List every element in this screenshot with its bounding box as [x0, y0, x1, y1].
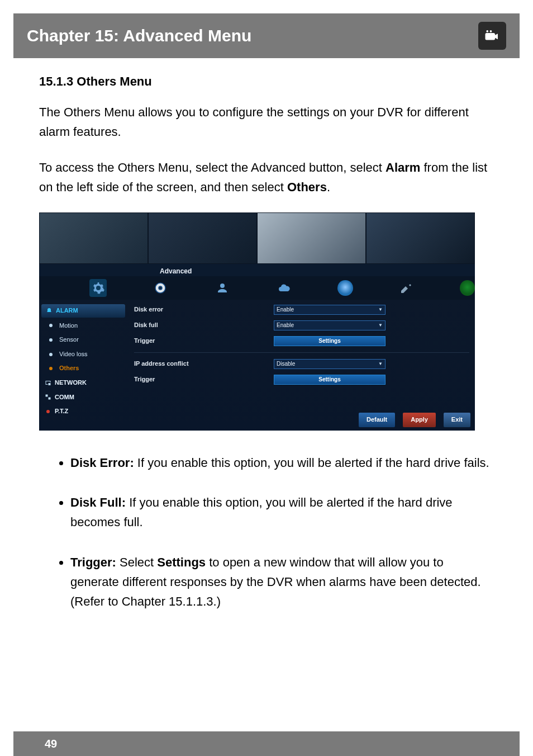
ip-conflict-label: IP address conflict [134, 359, 274, 369]
sidebar-item-others[interactable]: Others [41, 361, 125, 376]
sidebar-item-comm[interactable]: COMM [41, 390, 125, 405]
sidebar-alarm-label: ALARM [56, 306, 78, 316]
bullet-list: Disk Error: If you enable this option, y… [70, 453, 494, 611]
toolbar-tool-icon[interactable] [398, 279, 415, 297]
divider [134, 352, 469, 353]
config-area: Disk error Enable ▼ Disk full Enable ▼ [134, 303, 469, 389]
dvr-screenshot: Advanced ALARM Motion Sensor [39, 212, 475, 431]
para2-others-bold: Others [287, 180, 327, 194]
ptz-icon [45, 408, 51, 415]
bullet-trigger-title: Trigger: [70, 555, 116, 569]
sidebar: ALARM Motion Sensor Video loss Others NE… [41, 304, 125, 419]
alarm-icon [46, 308, 53, 314]
sidebar-item-videoloss[interactable]: Video loss [41, 347, 125, 362]
bullet-disk-full-title: Disk Full: [70, 495, 126, 509]
chevron-down-icon: ▼ [378, 322, 383, 329]
bullet-disk-error: Disk Error: If you enable this option, y… [70, 453, 494, 472]
bullet-trigger-settings-bold: Settings [157, 555, 206, 569]
chevron-down-icon: ▼ [378, 306, 383, 314]
camera-tile-4 [366, 212, 475, 264]
page-number: 49 [45, 738, 57, 750]
camera-icon [478, 22, 506, 50]
apply-button[interactable]: Apply [403, 413, 436, 427]
toolbar-settings-icon[interactable] [89, 279, 107, 297]
svg-rect-3 [49, 398, 51, 400]
sidebar-header-alarm[interactable]: ALARM [41, 304, 125, 318]
default-button[interactable]: Default [359, 413, 395, 427]
paragraph-intro: The Others Menu allows you to configure … [39, 102, 494, 141]
exit-button[interactable]: Exit [444, 413, 470, 427]
advanced-title: Advanced [160, 266, 192, 277]
camera-tile-2 [148, 212, 257, 264]
sidebar-videoloss-label: Video loss [59, 349, 88, 360]
chapter-title: Chapter 15: Advanced Menu [27, 26, 251, 45]
toolbar-info-icon[interactable] [337, 280, 353, 296]
trigger2-label: Trigger [134, 375, 274, 385]
disk-error-label: Disk error [134, 305, 274, 315]
chevron-down-icon: ▼ [378, 361, 383, 368]
disk-full-label: Disk full [134, 320, 274, 330]
toolbar-cloud-icon[interactable] [275, 279, 293, 297]
para2-part-e: . [327, 180, 330, 194]
disk-full-value: Enable [277, 321, 294, 330]
trigger1-settings-button[interactable]: Settings [274, 336, 386, 346]
svg-point-1 [159, 286, 162, 290]
disk-error-value: Enable [277, 305, 294, 314]
disk-error-dropdown[interactable]: Enable ▼ [274, 305, 386, 315]
bullet-disk-full-body: If you enable this option, you will be a… [70, 495, 453, 529]
svg-rect-2 [46, 395, 48, 397]
para2-alarm-bold: Alarm [386, 160, 420, 174]
svg-point-4 [46, 410, 50, 413]
ip-conflict-value: Disable [277, 360, 295, 368]
para2-part-a: To access the Others Menu, select the Ad… [39, 160, 386, 174]
paragraph-instructions: To access the Others Menu, select the Ad… [39, 158, 494, 197]
sidebar-item-network[interactable]: NETWORK [41, 376, 125, 390]
toolbar-power-icon[interactable] [460, 280, 475, 296]
camera-tile-1 [39, 212, 148, 264]
disk-full-dropdown[interactable]: Enable ▼ [274, 320, 386, 330]
sidebar-motion-label: Motion [59, 321, 78, 331]
sidebar-network-label: NETWORK [55, 378, 87, 388]
chapter-header: Chapter 15: Advanced Menu [13, 13, 520, 58]
sidebar-comm-label: COMM [55, 393, 74, 403]
sidebar-ptz-label: P.T.Z [55, 407, 68, 417]
toolbar-user-icon[interactable] [213, 279, 231, 297]
section-heading: 15.1.3 Others Menu [39, 72, 494, 91]
sidebar-others-label: Others [59, 363, 79, 374]
bullet-trigger: Trigger: Select Settings to open a new w… [70, 552, 494, 612]
bullet-disk-full: Disk Full: If you enable this option, yo… [70, 493, 494, 532]
bullet-disk-error-body: If you enable this option, you will be a… [134, 456, 489, 470]
trigger1-label: Trigger [134, 336, 274, 346]
camera-tile-3 [257, 212, 366, 264]
sidebar-item-ptz[interactable]: P.T.Z [41, 404, 125, 419]
bullet-trigger-body-a: Select [116, 555, 157, 569]
sidebar-item-sensor[interactable]: Sensor [41, 333, 125, 347]
footer-buttons: Default Apply Exit [359, 413, 470, 427]
comm-icon [45, 394, 51, 400]
toolbar [39, 276, 475, 300]
ip-conflict-dropdown[interactable]: Disable ▼ [274, 359, 386, 369]
network-icon [45, 380, 51, 386]
trigger2-settings-button[interactable]: Settings [274, 375, 386, 385]
page-number-bar: 49 [13, 731, 520, 756]
sidebar-sensor-label: Sensor [59, 335, 79, 345]
toolbar-record-icon[interactable] [151, 279, 169, 297]
sidebar-item-motion[interactable]: Motion [41, 319, 125, 333]
bullet-disk-error-title: Disk Error: [70, 456, 134, 470]
